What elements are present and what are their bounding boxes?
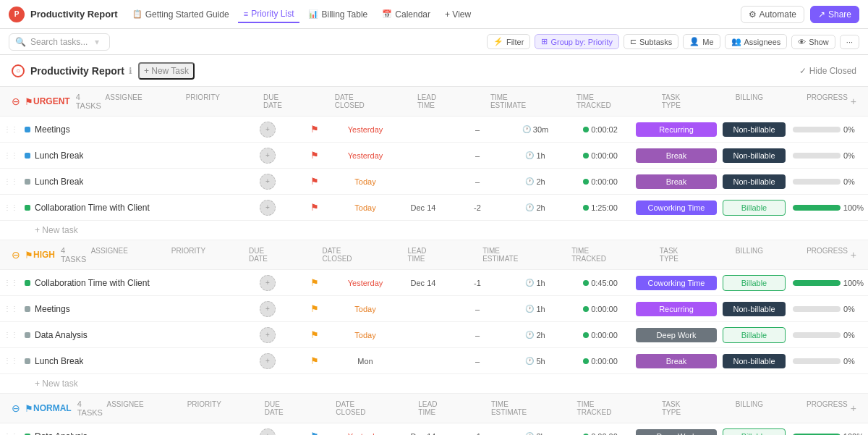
task-billing-cell: Non-billable xyxy=(720,174,788,189)
assignee-avatar[interactable]: + xyxy=(260,122,276,138)
hide-closed-button[interactable]: ✓ Hide Closed xyxy=(799,66,856,76)
task-row[interactable]: ⋮⋮ Data Analysis + ⚑ Yesterday Dec 14 -1… xyxy=(0,423,868,435)
task-name-cell: Data Analysis xyxy=(22,427,242,436)
tab-priority-list[interactable]: ≡ Priority List xyxy=(238,6,300,23)
task-type-cell: Coworking Time xyxy=(633,200,720,215)
drag-handle: ⋮⋮ xyxy=(0,432,22,435)
task-time-tracked: 1:25:00 xyxy=(591,203,618,212)
task-name-label[interactable]: Lunch Break xyxy=(35,151,83,161)
drag-handle: ⋮⋮ xyxy=(0,331,22,339)
priority-flag-high: ⚑ xyxy=(310,303,319,314)
task-name-label[interactable]: Lunch Break xyxy=(35,177,83,187)
tracking-dot xyxy=(583,332,589,338)
task-row[interactable]: ⋮⋮ Lunch Break + ⚑ Yesterday – 🕐 1 xyxy=(0,143,868,169)
automate-button[interactable]: ⚙ Automate xyxy=(741,6,804,23)
section-collapse-normal[interactable]: ⊖ xyxy=(12,402,20,414)
task-row[interactable]: ⋮⋮ Meetings + ⚑ Today – 🕐 1h xyxy=(0,296,868,322)
task-time-tracked: 0:45:00 xyxy=(591,279,618,287)
clock-icon: 🕐 xyxy=(525,203,534,211)
search-box[interactable]: 🔍 Search tasks... ▾ xyxy=(9,33,110,51)
group-icon: ⊞ xyxy=(541,37,548,46)
show-button[interactable]: 👁 Show xyxy=(791,35,835,49)
task-type-cell: Coworking Time xyxy=(633,276,720,290)
task-time-tracked: 0:00:00 xyxy=(591,177,618,186)
assignee-avatar[interactable]: + xyxy=(260,200,276,216)
priority-flag-high: ⚑ xyxy=(310,355,319,366)
progress-percent: 0% xyxy=(843,357,864,366)
new-task-row-urgent[interactable]: + New task xyxy=(0,221,868,240)
task-name-label[interactable]: Collaboration Time with Client xyxy=(35,278,150,288)
task-name-label[interactable]: Meetings xyxy=(35,304,70,314)
section-header-urgent: ⊖ ⚑ URGENT 4 TASKS ASSIGNEE PRIORITY DUE… xyxy=(0,87,868,117)
col-header-lead: LEAD TIME xyxy=(418,400,448,416)
task-due-date: Today xyxy=(354,331,375,339)
task-name-cell: Collaboration Time with Client xyxy=(22,198,242,217)
tab-view-add[interactable]: + View xyxy=(439,7,477,22)
task-date-closed-cell: Dec 14 xyxy=(394,279,452,287)
task-billing-cell: Non-billable xyxy=(720,354,788,368)
more-options-button[interactable]: ··· xyxy=(840,35,859,49)
task-name-cell: Lunch Break xyxy=(22,172,242,191)
assignee-avatar[interactable]: + xyxy=(260,353,276,369)
subtasks-button[interactable]: ⊏ Subtasks xyxy=(624,34,678,49)
drag-handle: ⋮⋮ xyxy=(0,177,22,185)
task-due-date: Yesterday xyxy=(348,151,383,160)
task-due-date-cell: Today xyxy=(336,203,394,212)
task-row[interactable]: ⋮⋮ Meetings + ⚑ Yesterday – 🕐 30m xyxy=(0,117,868,143)
task-name-label[interactable]: Collaboration Time with Client xyxy=(35,203,150,213)
info-icon[interactable]: ℹ xyxy=(129,66,132,76)
section-count-normal: 4 TASKS xyxy=(77,400,107,417)
tab-getting-started[interactable]: 📋 Getting Started Guide xyxy=(127,7,235,22)
tracking-dot xyxy=(583,358,589,364)
clock-icon: 🕐 xyxy=(525,357,534,365)
billing-badge: Non-billable xyxy=(723,354,786,368)
me-button[interactable]: 👤 Me xyxy=(683,34,720,49)
new-task-row-high[interactable]: + New task xyxy=(0,374,868,394)
section-add-high[interactable]: + xyxy=(851,249,856,261)
section-collapse-urgent[interactable]: ⊖ xyxy=(12,96,20,107)
filter-button[interactable]: ⚡ Filter xyxy=(487,34,530,49)
task-type-badge: Coworking Time xyxy=(636,200,717,215)
task-time-estimate-cell: 🕐 3h xyxy=(503,432,568,436)
tab-billing-table[interactable]: 📊 Billing Table xyxy=(302,7,373,22)
assignee-avatar[interactable]: + xyxy=(260,148,276,164)
section-name-high: HIGH xyxy=(33,250,55,260)
task-name-label[interactable]: Meetings xyxy=(35,124,70,135)
task-row[interactable]: ⋮⋮ Collaboration Time with Client + ⚑ To… xyxy=(0,195,868,221)
task-name-label[interactable]: Data Analysis xyxy=(35,330,88,340)
section-collapse-high[interactable]: ⊖ xyxy=(12,249,20,261)
assignee-avatar[interactable]: + xyxy=(260,301,276,317)
task-name-label[interactable]: Data Analysis xyxy=(35,431,88,436)
col-header-billing: BILLING xyxy=(736,400,763,416)
tab-calendar[interactable]: 📅 Calendar xyxy=(376,7,436,22)
task-due-date-cell: Yesterday xyxy=(336,432,394,436)
drag-handle: ⋮⋮ xyxy=(0,305,22,313)
task-type-cell: Deep Work xyxy=(633,328,720,342)
section-add-normal[interactable]: + xyxy=(851,402,856,414)
assignee-avatar[interactable]: + xyxy=(260,174,276,190)
automate-icon: ⚙ xyxy=(749,9,757,20)
task-priority-cell: ⚑ xyxy=(293,303,336,314)
assignee-avatar[interactable]: + xyxy=(260,428,276,436)
progress-percent: 0% xyxy=(843,177,864,186)
task-assignee-cell: + xyxy=(242,174,293,190)
section-add-urgent[interactable]: + xyxy=(851,96,856,107)
group-by-button[interactable]: ⊞ Group by: Priority xyxy=(535,34,619,49)
task-billing-cell: Billable xyxy=(720,327,788,343)
share-button[interactable]: ↗ Share xyxy=(810,6,859,23)
assignee-avatar[interactable]: + xyxy=(260,327,276,343)
new-task-button[interactable]: + New Task xyxy=(138,62,195,80)
assignee-avatar[interactable]: + xyxy=(260,275,276,291)
show-icon: 👁 xyxy=(798,38,806,46)
task-due-date: Mon xyxy=(357,357,373,366)
task-time-estimate: 2h xyxy=(536,331,545,339)
task-type-cell: Break xyxy=(633,354,720,368)
task-lead-time-cell: – xyxy=(452,151,503,160)
task-row[interactable]: ⋮⋮ Data Analysis + ⚑ Today – 🕐 2h xyxy=(0,322,868,348)
col-header-tracked: TIME TRACKED xyxy=(576,93,618,109)
task-row[interactable]: ⋮⋮ Lunch Break + ⚑ Today – 🕐 2h xyxy=(0,169,868,195)
task-name-label[interactable]: Lunch Break xyxy=(35,356,83,366)
assignees-button[interactable]: 👥 Assignees xyxy=(725,34,788,49)
task-row[interactable]: ⋮⋮ Lunch Break + ⚑ Mon – 🕐 5h xyxy=(0,348,868,374)
task-row[interactable]: ⋮⋮ Collaboration Time with Client + ⚑ Ye… xyxy=(0,270,868,296)
